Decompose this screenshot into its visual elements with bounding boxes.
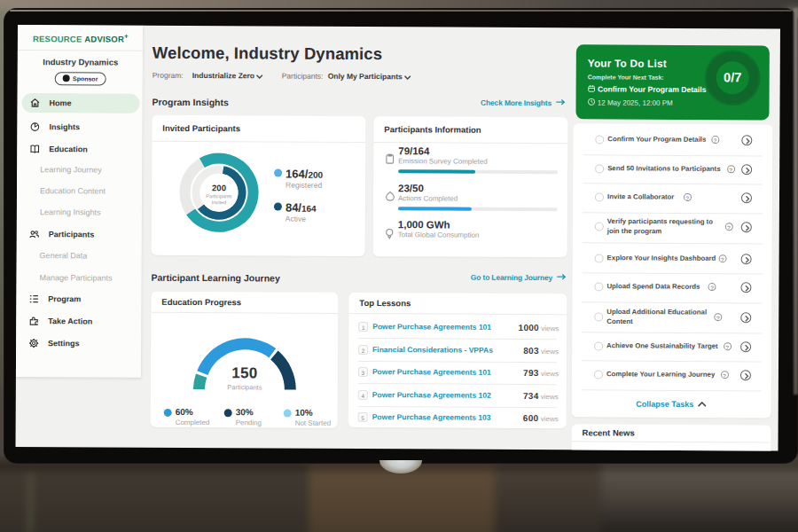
svg-text:Invited: Invited xyxy=(212,200,227,205)
svg-text:Participants: Participants xyxy=(206,193,231,199)
svg-text:200: 200 xyxy=(212,183,226,192)
